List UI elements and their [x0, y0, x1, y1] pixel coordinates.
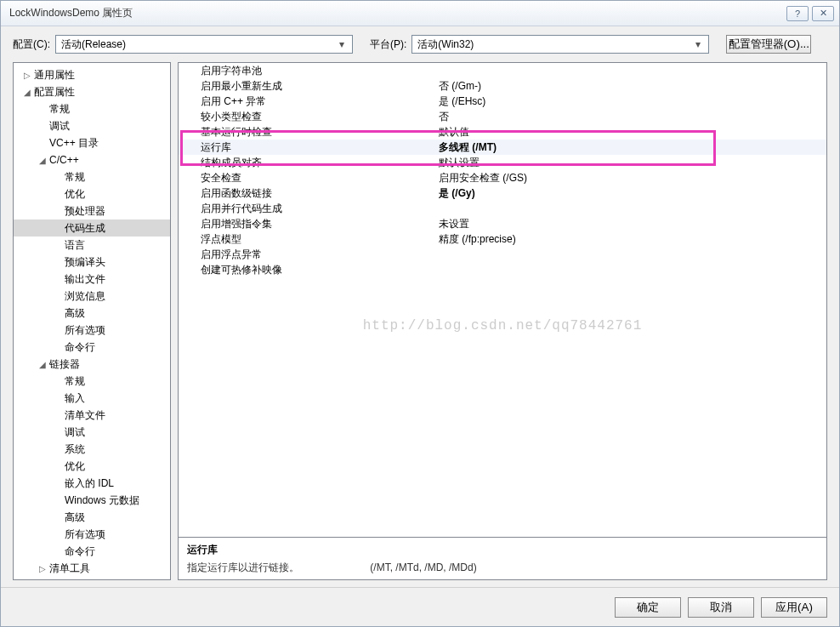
config-manager-button[interactable]: 配置管理器(O)...: [726, 35, 811, 54]
titlebar: LockWindowsDemo 属性页 ? ✕: [1, 1, 839, 26]
property-row[interactable]: 启用函数级链接是 (/Gy): [179, 185, 826, 201]
tree-item-label: 输出文件: [63, 272, 105, 287]
property-row[interactable]: 启用增强指令集未设置: [179, 216, 826, 231]
property-row[interactable]: 运行库多线程 (/MT): [179, 140, 826, 155]
cancel-button[interactable]: 取消: [688, 597, 754, 618]
tree-item[interactable]: 清单文件: [14, 407, 170, 424]
tree-item[interactable]: 命令行: [14, 543, 170, 560]
tree-item[interactable]: 常规: [14, 168, 170, 185]
property-row[interactable]: 创建可热修补映像: [179, 262, 826, 277]
property-row[interactable]: 启用 C++ 异常是 (/EHsc): [179, 94, 826, 109]
tree-item[interactable]: 所有选项: [14, 526, 170, 543]
tree-item-label: 通用属性: [32, 68, 75, 83]
tree-item[interactable]: 语言: [14, 237, 170, 254]
close-button[interactable]: ✕: [812, 6, 834, 21]
expanded-icon[interactable]: ◢: [37, 156, 48, 165]
property-name: 运行库: [179, 140, 434, 155]
property-value: 精度 (/fp:precise): [434, 232, 826, 247]
tree-item-label: 预编译头: [63, 255, 105, 270]
collapsed-icon[interactable]: ▷: [22, 71, 32, 80]
property-name: 安全检查: [179, 171, 434, 185]
tree-item-label: 系统: [63, 442, 85, 457]
tree-item-label: 配置属性: [32, 85, 75, 100]
property-row[interactable]: 基本运行时检查默认值: [179, 124, 826, 140]
apply-button[interactable]: 应用(A): [761, 597, 827, 618]
property-row[interactable]: 浮点模型精度 (/fp:precise): [179, 231, 826, 247]
tree-item[interactable]: 输入: [14, 390, 170, 407]
tree-item[interactable]: 高级: [14, 509, 170, 526]
tree-item[interactable]: 优化: [14, 458, 170, 475]
tree-item[interactable]: ▷清单工具: [14, 560, 170, 577]
tree-item[interactable]: 常规: [14, 100, 170, 117]
chevron-down-icon: ▾: [691, 38, 705, 50]
property-row[interactable]: 安全检查启用安全检查 (/GS): [179, 170, 826, 185]
tree-item[interactable]: 嵌入的 IDL: [14, 475, 170, 492]
main-area: ▷通用属性◢配置属性常规调试VC++ 目录◢C/C++常规优化预处理器代码生成语…: [1, 62, 839, 587]
tree-item[interactable]: 调试: [14, 117, 170, 134]
property-name: 启用最小重新生成: [179, 79, 434, 94]
tree-item-label: 优化: [63, 459, 85, 474]
platform-value: 活动(Win32): [417, 37, 691, 52]
tree-item-label: 预处理器: [63, 204, 105, 219]
property-grid[interactable]: 启用字符串池启用最小重新生成否 (/Gm-)启用 C++ 异常是 (/EHsc)…: [178, 62, 827, 538]
nav-tree[interactable]: ▷通用属性◢配置属性常规调试VC++ 目录◢C/C++常规优化预处理器代码生成语…: [13, 62, 171, 580]
platform-combo[interactable]: 活动(Win32) ▾: [411, 35, 709, 54]
config-combo[interactable]: 活动(Release) ▾: [55, 35, 353, 54]
property-row[interactable]: 结构成员对齐默认设置: [179, 155, 826, 170]
tree-item[interactable]: 浏览信息: [14, 288, 170, 305]
tree-item[interactable]: VC++ 目录: [14, 134, 170, 151]
property-row[interactable]: 启用字符串池: [179, 63, 826, 78]
property-name: 启用浮点异常: [179, 248, 434, 262]
property-name: 结构成员对齐: [179, 156, 434, 170]
property-row[interactable]: 较小类型检查否: [179, 109, 826, 124]
tree-item-label: 调试: [63, 425, 85, 440]
tree-item[interactable]: 预处理器: [14, 202, 170, 219]
tree-item[interactable]: 输出文件: [14, 271, 170, 288]
property-name: 启用并行代码生成: [179, 202, 434, 216]
tree-item[interactable]: ◢配置属性: [14, 83, 170, 100]
tree-item-label: 高级: [63, 510, 85, 525]
tree-item-label: 高级: [63, 306, 85, 321]
dialog-footer: 确定 取消 应用(A): [1, 587, 839, 626]
property-value: 否: [434, 110, 826, 124]
tree-item-label: 优化: [63, 187, 85, 202]
property-row[interactable]: 启用并行代码生成: [179, 201, 826, 216]
tree-item[interactable]: 优化: [14, 185, 170, 202]
tree-item-label: 链接器: [48, 357, 80, 372]
tree-item[interactable]: 调试: [14, 424, 170, 441]
property-value: 是 (/EHsc): [434, 94, 826, 109]
property-name: 创建可热修补映像: [179, 263, 434, 277]
tree-item[interactable]: 预编译头: [14, 254, 170, 271]
tree-item[interactable]: 所有选项: [14, 322, 170, 339]
property-name: 启用字符串池: [179, 64, 434, 78]
property-row[interactable]: 启用最小重新生成否 (/Gm-): [179, 78, 826, 94]
collapsed-icon[interactable]: ▷: [37, 564, 48, 573]
tree-item[interactable]: 常规: [14, 373, 170, 390]
help-button[interactable]: ?: [786, 6, 809, 21]
description-text: 指定运行库以进行链接。 (/MT, /MTd, /MD, /MDd): [187, 561, 818, 575]
ok-button[interactable]: 确定: [615, 597, 681, 618]
tree-item[interactable]: 系统: [14, 441, 170, 458]
tree-item[interactable]: 代码生成: [14, 219, 170, 237]
chevron-down-icon: ▾: [335, 38, 349, 50]
property-name: 较小类型检查: [179, 110, 434, 124]
property-name: 启用 C++ 异常: [179, 94, 434, 109]
expanded-icon[interactable]: ◢: [37, 360, 48, 369]
tree-item[interactable]: Windows 元数据: [14, 492, 170, 509]
tree-item-label: 所有选项: [63, 527, 105, 542]
expanded-icon[interactable]: ◢: [22, 88, 32, 97]
description-title: 运行库: [187, 543, 818, 557]
tree-item[interactable]: ◢C/C++: [14, 151, 170, 168]
tree-item-label: Windows 元数据: [63, 493, 139, 508]
tree-item[interactable]: ◢链接器: [14, 356, 170, 373]
tree-item-label: 命令行: [63, 340, 95, 355]
tree-item[interactable]: ▷通用属性: [14, 66, 170, 83]
window-title: LockWindowsDemo 属性页: [9, 6, 783, 20]
platform-label: 平台(P):: [370, 37, 406, 52]
config-label: 配置(C):: [13, 37, 50, 52]
tree-item[interactable]: 命令行: [14, 339, 170, 356]
config-value: 活动(Release): [61, 37, 335, 52]
tree-item[interactable]: 高级: [14, 305, 170, 322]
property-row[interactable]: 启用浮点异常: [179, 247, 826, 262]
tree-item-label: 语言: [63, 238, 85, 253]
